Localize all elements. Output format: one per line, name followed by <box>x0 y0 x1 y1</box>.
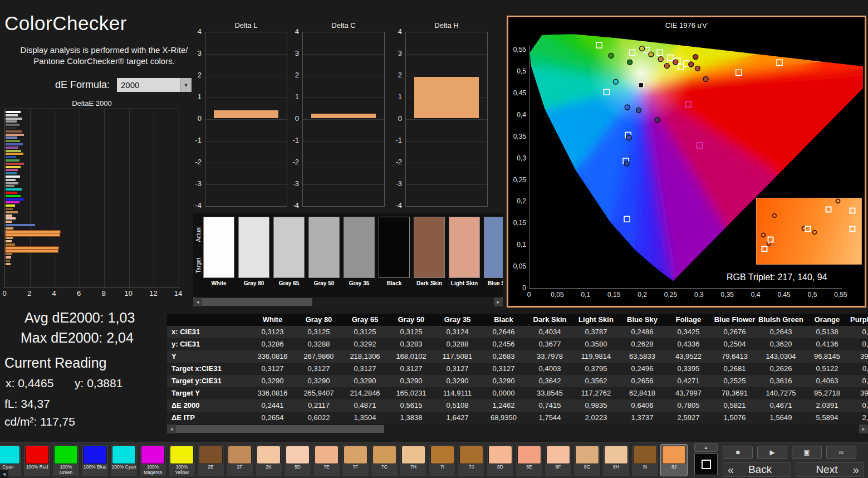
patch-tile-8i[interactable]: 8I <box>631 444 659 476</box>
table-cell: 0,2142 <box>850 326 868 338</box>
scroll-left-icon[interactable]: ◄ <box>167 425 176 433</box>
y-tick-label: 0,55 <box>509 46 526 53</box>
table-scroll-thumb[interactable] <box>176 425 384 433</box>
patch-tile-8j[interactable]: 8J <box>660 444 688 476</box>
table-cell: 0,2683 <box>480 350 527 363</box>
loop-icon[interactable]: ∞ <box>826 446 856 459</box>
swatch-label: Blue Sky <box>484 280 503 286</box>
x-tick-label: 0,1 <box>581 291 590 299</box>
de-bar <box>6 240 12 242</box>
table-cell: 0,3787 <box>573 326 619 338</box>
column-header: Blue Flower <box>712 314 758 326</box>
patch-tile-7e[interactable]: 7E <box>313 444 340 476</box>
actual-row-label: Actual <box>195 218 202 251</box>
table-cell: 0,3283 <box>388 338 434 350</box>
inset-target-point <box>825 207 831 213</box>
stop-icon[interactable]: ■ <box>723 446 753 459</box>
patch-tile-100-blue[interactable]: 100% Blue <box>81 444 109 476</box>
table-row: Target y:CIE310,32900,32900,32900,32900,… <box>167 375 868 387</box>
scroll-left-icon[interactable]: ◄ <box>193 297 202 306</box>
de-bar <box>6 201 19 203</box>
de-bar <box>6 118 22 120</box>
patch-swatch: Gray 50 <box>308 217 340 290</box>
delta-h-chart: Delta H 43210-1-2-3-4 <box>392 21 488 211</box>
chevron-down-icon[interactable]: ▼ <box>180 78 192 92</box>
tile-color <box>344 446 367 464</box>
table-scroll-track[interactable] <box>176 425 859 433</box>
patch-tile-7f[interactable]: 7F <box>342 444 369 476</box>
chevron-right-icon: » <box>853 464 859 476</box>
scroll-right-icon[interactable]: ► <box>494 297 503 306</box>
swatch-scroll-thumb[interactable] <box>202 298 312 306</box>
swatch-scrollbar[interactable]: ◄ ► <box>193 297 503 306</box>
de-formula-dropdown[interactable]: 2000 ▼ <box>117 78 192 92</box>
patch-tile-7h[interactable]: 7H <box>400 444 427 476</box>
y-tick-label: 1 <box>295 92 299 101</box>
y-tick-label: 0,1 <box>509 241 526 248</box>
table-cell: 0,3286 <box>249 338 296 350</box>
patch-tile-2e[interactable]: 2E <box>197 444 224 476</box>
patch-tile-8h[interactable]: 8H <box>602 444 630 476</box>
swatch-label: Dark Skin <box>414 280 445 286</box>
next-button[interactable]: Next » <box>796 462 864 477</box>
table-row: Target x:CIE310,31270,31270,31270,31270,… <box>167 363 868 375</box>
de-bar <box>6 260 10 262</box>
filmstrip-scroll-left-icon[interactable]: ◄ <box>0 470 8 478</box>
patch-tile-8g[interactable]: 8G <box>573 444 601 476</box>
tile-label: 7I <box>429 465 455 470</box>
patch-tile-100-magenta[interactable]: 100% Magenta <box>139 444 166 476</box>
table-cell: 336,0816 <box>249 350 296 363</box>
y-tick-label: 4 <box>198 27 202 36</box>
x-tick-label: 0,5 <box>808 291 817 299</box>
patch-tile-8d[interactable]: 8D <box>487 444 514 476</box>
patch-tile-8e[interactable]: 8E <box>516 444 543 476</box>
scroll-right-icon[interactable]: ► <box>859 425 868 433</box>
pattern-window-icon <box>702 460 711 469</box>
row-label: ΔE ITP <box>167 412 249 424</box>
patch-tile-100-cyan[interactable]: 100% Cyan <box>110 444 138 476</box>
table-cell: 0,1933 <box>850 375 868 387</box>
column-header: Blue Sky <box>619 314 665 326</box>
patch-tile-5d[interactable]: 5D <box>284 444 311 476</box>
table-cell: 68,9350 <box>480 412 527 424</box>
max-de2000: Max dE2000: 2,04 <box>21 330 134 346</box>
table-row: x: CIE310,31230,31250,31250,31250,31240,… <box>167 326 868 338</box>
patch-swatch: Gray 35 <box>344 217 375 290</box>
patch-tile-2f[interactable]: 2F <box>226 444 253 476</box>
inset-target-point <box>768 237 774 243</box>
patch-tile-7g[interactable]: 7G <box>371 444 398 476</box>
tile-label: 7H <box>400 465 426 470</box>
table-cell: 117,2762 <box>573 387 619 399</box>
table-cell: 0,0000 <box>480 387 527 399</box>
table-cell: 0,6406 <box>619 399 665 412</box>
reading-fl: fL: 34,37 <box>4 397 50 411</box>
de-formula-label: dE Formula: <box>55 79 110 91</box>
de-bar <box>6 237 13 239</box>
patch-tile-8f[interactable]: 8F <box>545 444 572 476</box>
play-icon[interactable]: ▶ <box>757 446 787 459</box>
gridline <box>205 141 287 142</box>
table-scrollbar[interactable]: ◄ ► <box>167 425 868 433</box>
tile-color <box>228 446 252 464</box>
y-tick-label: 0,25 <box>509 176 526 184</box>
description: Display analysis is performed with the X… <box>11 45 197 67</box>
scroll-up-button[interactable]: ▲ <box>694 443 718 452</box>
back-button[interactable]: « Back <box>723 462 791 477</box>
y-tick-label: 0,5 <box>509 67 526 75</box>
patch-tile-7i[interactable]: 7I <box>429 444 456 476</box>
patch-tile-100-red[interactable]: 100% Red <box>23 444 51 476</box>
y-tick-label: -3 <box>292 179 299 188</box>
deltae2000-x-axis: 02468101214 <box>4 289 178 299</box>
table-cell: 0,3290 <box>388 375 434 387</box>
patch-tile-7j[interactable]: 7J <box>458 444 485 476</box>
patch-tile-2k[interactable]: 2K <box>255 444 282 476</box>
y-tick-label: -2 <box>395 158 402 166</box>
fit-icon[interactable]: ▣ <box>792 446 822 459</box>
patch-tile-100-green[interactable]: 100% Green <box>52 444 80 476</box>
swatch-scroll-track[interactable] <box>202 297 494 306</box>
pattern-preview-button[interactable] <box>694 453 718 475</box>
table-cell: 0,3125 <box>342 326 388 338</box>
patch-tile-100-yellow[interactable]: 100% Yellow <box>168 444 195 476</box>
y-tick-label: -1 <box>292 136 299 144</box>
table-cell: 0,2676 <box>712 326 758 338</box>
